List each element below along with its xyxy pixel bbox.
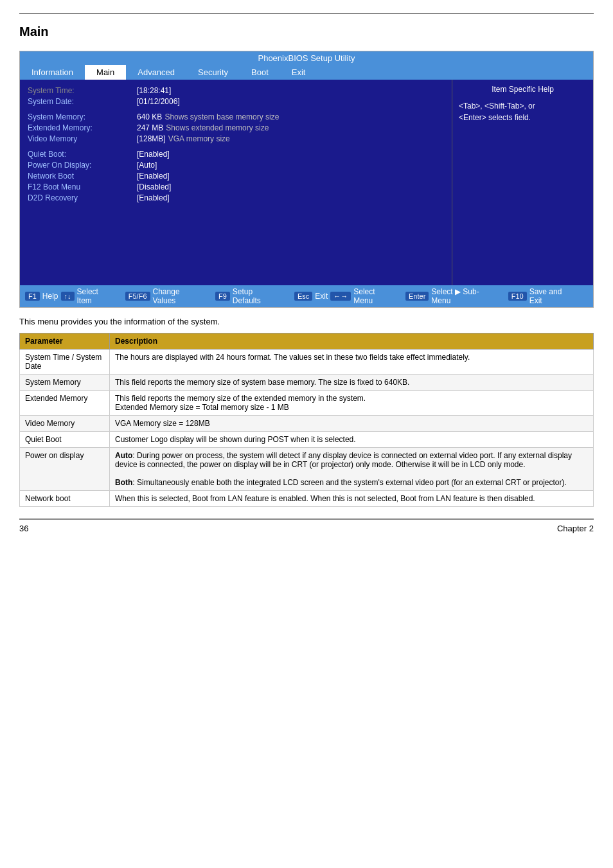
d2d-recovery-value[interactable]: [Enabled] bbox=[137, 193, 170, 202]
table-header-parameter: Parameter bbox=[20, 333, 110, 350]
system-date-label: System Date: bbox=[28, 97, 137, 106]
f5f6-label: Change Values bbox=[153, 287, 200, 305]
system-memory-value: 640 KB bbox=[137, 112, 162, 121]
table-row: Video Memory VGA Memory size = 128MB bbox=[20, 416, 594, 432]
both-bold: Both bbox=[115, 478, 132, 487]
table-row: Network boot When this is selected, Boot… bbox=[20, 491, 594, 507]
table-row: Quiet Boot Customer Logo display will be… bbox=[20, 432, 594, 448]
video-memory-label: Video Memory bbox=[28, 134, 137, 143]
bottom-enter: Enter Select ▶ Sub-Menu bbox=[405, 287, 493, 305]
auto-bold: Auto bbox=[115, 451, 132, 460]
extended-memory-label: Extended Memory: bbox=[28, 123, 137, 132]
footer-page-number: 36 bbox=[19, 524, 28, 533]
system-time-label: System Time: bbox=[28, 86, 137, 95]
f10-key: F10 bbox=[508, 292, 527, 301]
network-boot-label: Network Boot bbox=[28, 172, 137, 181]
system-memory-desc: Shows system base memory size bbox=[164, 112, 279, 121]
param-quiet-boot: Quiet Boot bbox=[20, 432, 110, 448]
help-text: <Tab>, <Shift-Tab>, or<Enter> selects fi… bbox=[459, 100, 587, 123]
bios-help-area: Item Specific Help <Tab>, <Shift-Tab>, o… bbox=[452, 80, 593, 285]
f1-label: Help bbox=[42, 292, 58, 301]
bottom-f9: F9 Setup Defaults bbox=[215, 287, 279, 305]
video-memory-desc: VGA memory size bbox=[168, 134, 230, 143]
bios-bottom-bar: F1 Help ↑↓ Select Item F5/F6 Change Valu… bbox=[20, 285, 593, 307]
desc-system-time-date: The hours are displayed with 24 hours fo… bbox=[110, 350, 594, 375]
bios-row-d2d-recovery: D2D Recovery [Enabled] bbox=[28, 193, 444, 202]
bios-main-area: System Time: [18:28:41] System Date: [01… bbox=[20, 80, 452, 285]
bios-title-bar: PhoenixBIOS Setup Utility bbox=[20, 51, 593, 65]
desc-quiet-boot: Customer Logo display will be shown duri… bbox=[110, 432, 594, 448]
footer-chapter: Chapter 2 bbox=[557, 524, 594, 533]
system-time-value[interactable]: [18:28:41] bbox=[137, 86, 171, 95]
param-power-on-display: Power on display bbox=[20, 448, 110, 491]
leftright-label: Select Menu bbox=[353, 287, 390, 305]
enter-label: Select ▶ Sub-Menu bbox=[431, 287, 492, 305]
f12-boot-menu-value[interactable]: [Disabled] bbox=[137, 182, 171, 191]
table-row: Power on display Auto: During power on p… bbox=[20, 448, 594, 491]
bios-row-extended-memory: Extended Memory: 247 MB Shows extended m… bbox=[28, 123, 444, 132]
power-on-display-value[interactable]: [Auto] bbox=[137, 161, 157, 170]
quiet-boot-label: Quiet Boot: bbox=[28, 150, 137, 159]
nav-item-advanced[interactable]: Advanced bbox=[126, 65, 186, 80]
nav-item-boot[interactable]: Boot bbox=[240, 65, 280, 80]
leftright-key: ←→ bbox=[330, 292, 351, 301]
param-extended-memory: Extended Memory bbox=[20, 391, 110, 416]
video-memory-value[interactable]: [128MB] bbox=[137, 134, 166, 143]
desc-video-memory: VGA Memory size = 128MB bbox=[110, 416, 594, 432]
nav-item-exit[interactable]: Exit bbox=[280, 65, 317, 80]
f1-key: F1 bbox=[25, 292, 40, 301]
table-row: Extended Memory This field reports the m… bbox=[20, 391, 594, 416]
network-boot-value[interactable]: [Enabled] bbox=[137, 172, 170, 181]
f9-label: Setup Defaults bbox=[233, 287, 279, 305]
esc-label: Exit bbox=[315, 292, 328, 301]
d2d-recovery-label: D2D Recovery bbox=[28, 193, 137, 202]
param-network-boot: Network boot bbox=[20, 491, 110, 507]
top-divider bbox=[19, 13, 594, 14]
nav-item-security[interactable]: Security bbox=[186, 65, 240, 80]
nav-item-main[interactable]: Main bbox=[85, 65, 126, 80]
extended-memory-value: 247 MB bbox=[137, 123, 163, 132]
bios-row-network-boot: Network Boot [Enabled] bbox=[28, 172, 444, 181]
page-footer: 36 Chapter 2 bbox=[19, 518, 594, 533]
bios-row-system-date: System Date: [01/12/2006] bbox=[28, 97, 444, 106]
bios-row-power-on-display: Power On Display: [Auto] bbox=[28, 161, 444, 170]
bios-row-f12-boot-menu: F12 Boot Menu [Disabled] bbox=[28, 182, 444, 191]
system-date-value[interactable]: [01/12/2006] bbox=[137, 97, 180, 106]
help-title: Item Specific Help bbox=[459, 85, 587, 94]
desc-extended-memory: This field reports the memory size of th… bbox=[110, 391, 594, 416]
desc-network-boot: When this is selected, Boot from LAN fea… bbox=[110, 491, 594, 507]
bios-body: System Time: [18:28:41] System Date: [01… bbox=[20, 80, 593, 285]
updown-key: ↑↓ bbox=[61, 292, 75, 301]
f12-boot-menu-label: F12 Boot Menu bbox=[28, 182, 137, 191]
bottom-f10: F10 Save and Exit bbox=[508, 287, 573, 305]
f10-label: Save and Exit bbox=[529, 287, 573, 305]
esc-key: Esc bbox=[294, 292, 312, 301]
bios-nav: Information Main Advanced Security Boot … bbox=[20, 65, 593, 80]
enter-key: Enter bbox=[405, 292, 429, 301]
bios-setup-box: PhoenixBIOS Setup Utility Information Ma… bbox=[19, 51, 594, 308]
parameter-table: Parameter Description System Time / Syst… bbox=[19, 333, 594, 507]
f9-key: F9 bbox=[215, 292, 230, 301]
bottom-f5f6: F5/F6 Change Values bbox=[125, 287, 200, 305]
desc-power-on-display: Auto: During power on process, the syste… bbox=[110, 448, 594, 491]
system-memory-label: System Memory: bbox=[28, 112, 137, 121]
bottom-f1: F1 Help ↑↓ Select Item bbox=[25, 287, 110, 305]
param-system-time-date: System Time / System Date bbox=[20, 350, 110, 375]
desc-system-memory: This field reports the memory size of sy… bbox=[110, 375, 594, 391]
intro-text: This menu provides you the information o… bbox=[19, 317, 594, 326]
f5f6-key: F5/F6 bbox=[125, 292, 150, 301]
bottom-esc: Esc Exit ←→ Select Menu bbox=[294, 287, 390, 305]
quiet-boot-value[interactable]: [Enabled] bbox=[137, 150, 170, 159]
bios-row-quiet-boot: Quiet Boot: [Enabled] bbox=[28, 150, 444, 159]
param-system-memory: System Memory bbox=[20, 375, 110, 391]
power-on-display-label: Power On Display: bbox=[28, 161, 137, 170]
table-row: System Memory This field reports the mem… bbox=[20, 375, 594, 391]
param-video-memory: Video Memory bbox=[20, 416, 110, 432]
page-title: Main bbox=[19, 24, 594, 39]
updown-label: Select Item bbox=[77, 287, 110, 305]
bios-row-video-memory: Video Memory [128MB] VGA memory size bbox=[28, 134, 444, 143]
table-row: System Time / System Date The hours are … bbox=[20, 350, 594, 375]
nav-item-information[interactable]: Information bbox=[20, 65, 85, 80]
extended-memory-desc: Shows extended memory size bbox=[166, 123, 269, 132]
table-header-description: Description bbox=[110, 333, 594, 350]
